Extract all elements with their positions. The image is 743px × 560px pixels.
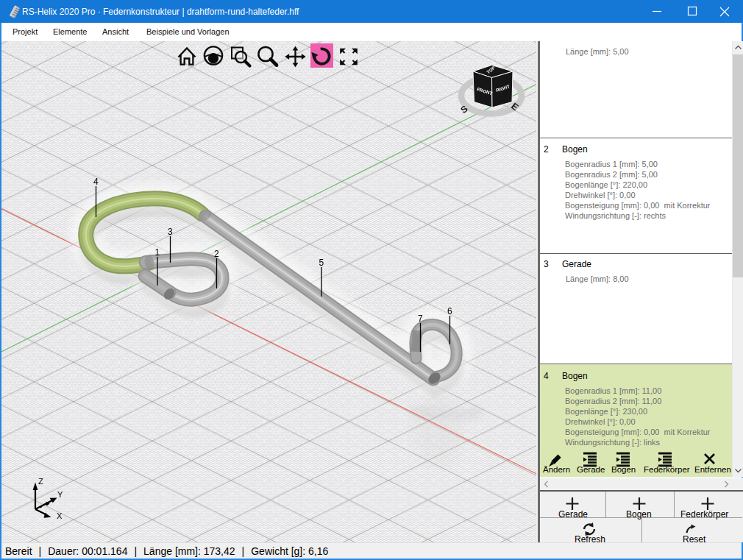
svg-text:3: 3: [168, 227, 173, 237]
svg-text:7: 7: [418, 313, 423, 324]
svg-text:X: X: [57, 511, 63, 520]
svg-text:Z: Z: [38, 477, 43, 486]
svg-text:Y: Y: [57, 490, 63, 499]
svg-text:5: 5: [319, 258, 324, 268]
svg-text:2: 2: [214, 249, 219, 259]
svg-text:4: 4: [93, 177, 99, 187]
svg-text:6: 6: [447, 306, 452, 316]
svg-text:1: 1: [155, 247, 160, 258]
